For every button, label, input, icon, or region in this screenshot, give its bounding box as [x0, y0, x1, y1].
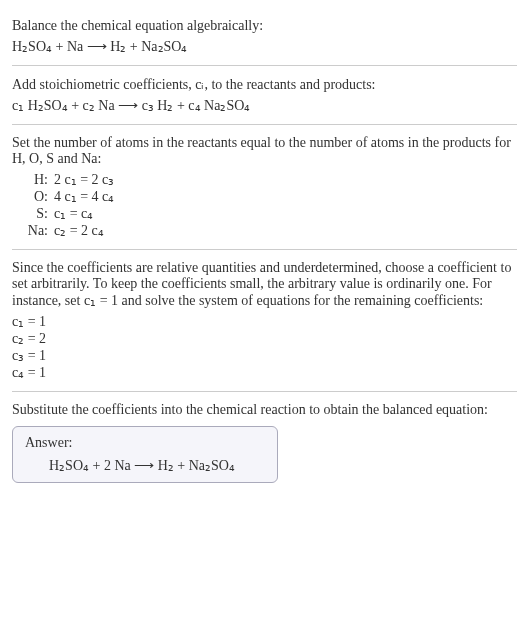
- section-atom-equations: Set the number of atoms in the reactants…: [12, 125, 517, 250]
- answer-box: Answer: H₂SO₄ + 2 Na ⟶ H₂ + Na₂SO₄: [12, 426, 278, 483]
- table-row: Na: c₂ = 2 c₄: [20, 222, 517, 239]
- element-label: H:: [20, 172, 54, 188]
- coefficient-value: c₁ = 1: [12, 313, 517, 330]
- atom-equation-table: H: 2 c₁ = 2 c₃ O: 4 c₁ = 4 c₄ S: c₁ = c₄…: [20, 171, 517, 239]
- section-answer: Substitute the coefficients into the che…: [12, 392, 517, 493]
- table-row: H: 2 c₁ = 2 c₃: [20, 171, 517, 188]
- coefficient-list: c₁ = 1 c₂ = 2 c₃ = 1 c₄ = 1: [12, 313, 517, 381]
- element-label: S:: [20, 206, 54, 222]
- table-row: O: 4 c₁ = 4 c₄: [20, 188, 517, 205]
- answer-label: Answer:: [25, 435, 265, 451]
- section-balance: Balance the chemical equation algebraica…: [12, 8, 517, 66]
- element-equation: c₂ = 2 c₄: [54, 222, 104, 239]
- coefficient-value: c₄ = 1: [12, 364, 517, 381]
- atom-eq-instruction: Set the number of atoms in the reactants…: [12, 135, 517, 167]
- element-equation: c₁ = c₄: [54, 205, 93, 222]
- element-label: O:: [20, 189, 54, 205]
- section-stoichiometric: Add stoichiometric coefficients, cᵢ, to …: [12, 66, 517, 125]
- balanced-equation: H₂SO₄ + 2 Na ⟶ H₂ + Na₂SO₄: [25, 457, 265, 474]
- unbalanced-equation: H₂SO₄ + Na ⟶ H₂ + Na₂SO₄: [12, 38, 517, 55]
- solve-instruction: Since the coefficients are relative quan…: [12, 260, 517, 309]
- balance-instruction: Balance the chemical equation algebraica…: [12, 18, 517, 34]
- substitute-instruction: Substitute the coefficients into the che…: [12, 402, 517, 418]
- coefficient-value: c₃ = 1: [12, 347, 517, 364]
- table-row: S: c₁ = c₄: [20, 205, 517, 222]
- element-equation: 4 c₁ = 4 c₄: [54, 188, 114, 205]
- stoich-instruction: Add stoichiometric coefficients, cᵢ, to …: [12, 76, 517, 93]
- element-equation: 2 c₁ = 2 c₃: [54, 171, 114, 188]
- element-label: Na:: [20, 223, 54, 239]
- stoich-equation: c₁ H₂SO₄ + c₂ Na ⟶ c₃ H₂ + c₄ Na₂SO₄: [12, 97, 517, 114]
- coefficient-value: c₂ = 2: [12, 330, 517, 347]
- section-solve: Since the coefficients are relative quan…: [12, 250, 517, 392]
